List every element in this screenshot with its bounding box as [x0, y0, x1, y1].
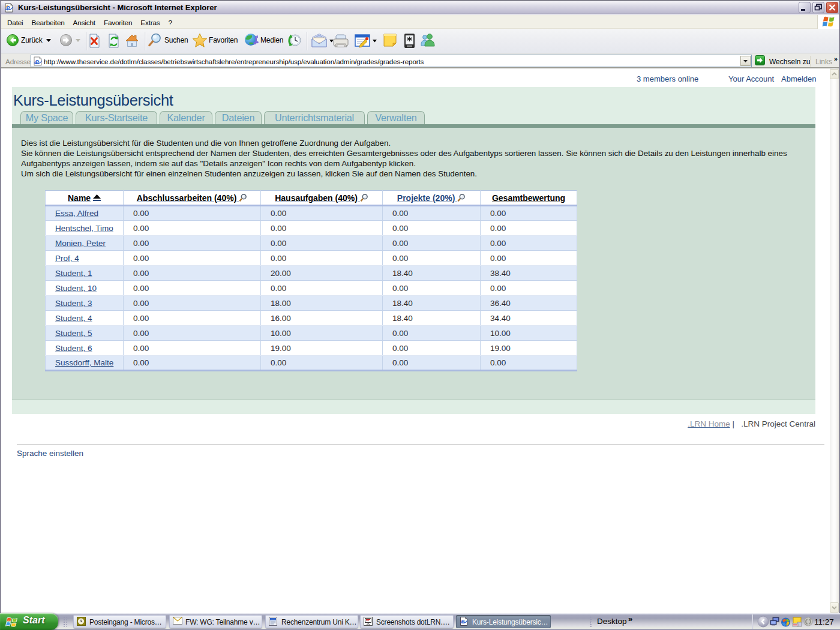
svg-text:Suchen: Suchen: [164, 36, 188, 44]
svg-text:Medien: Medien: [260, 36, 283, 44]
svg-text:Favoriten: Favoriten: [209, 36, 238, 44]
svg-text:Zurück: Zurück: [21, 36, 43, 44]
svg-text:e: e: [461, 617, 465, 625]
svg-text:e: e: [35, 58, 39, 66]
svg-text:e: e: [6, 4, 10, 12]
